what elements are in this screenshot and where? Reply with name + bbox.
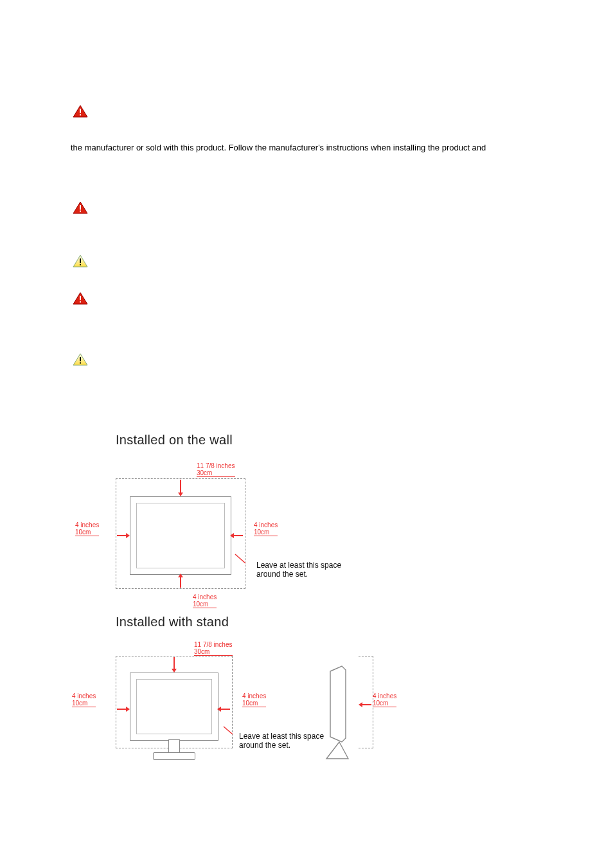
svg-marker-22 xyxy=(178,574,183,577)
warning-icon-yellow xyxy=(73,255,88,267)
body-paragraph-1: the manufacturer or sold with this produ… xyxy=(71,142,546,154)
svg-marker-25 xyxy=(172,669,177,673)
diagram-wall xyxy=(116,478,244,588)
svg-rect-10 xyxy=(80,296,81,300)
measure-top-wall: 11 7/8 inches30cm xyxy=(197,463,235,477)
svg-rect-7 xyxy=(80,258,81,263)
measure-side-stand: 4 inches10cm xyxy=(373,693,396,707)
svg-marker-27 xyxy=(126,707,130,712)
diagram-stand xyxy=(116,656,244,772)
svg-rect-11 xyxy=(80,302,81,303)
diagram-caption-wall: Leave at least this spacearound the set. xyxy=(256,561,366,579)
warning-icon-red xyxy=(73,201,88,214)
svg-line-23 xyxy=(235,554,245,563)
measure-left-wall: 4 inches10cm xyxy=(75,522,99,536)
warning-icon-red xyxy=(73,105,88,118)
diagram-heading-wall: Installed on the wall xyxy=(116,433,233,448)
svg-rect-8 xyxy=(80,264,81,266)
svg-marker-32 xyxy=(359,702,362,707)
svg-rect-14 xyxy=(80,363,81,364)
measure-left-stand: 4 inches10cm xyxy=(72,693,96,707)
svg-marker-20 xyxy=(230,533,234,538)
measure-right-stand: 4 inches10cm xyxy=(242,693,266,707)
diagram-heading-stand: Installed with stand xyxy=(116,615,229,629)
measure-right-wall: 4 inches10cm xyxy=(254,522,278,536)
svg-marker-29 xyxy=(217,707,221,712)
diagram-stand-side xyxy=(321,656,373,772)
measure-bottom-wall: 4 inches10cm xyxy=(193,594,217,608)
svg-marker-16 xyxy=(178,493,183,496)
warning-icon-yellow xyxy=(73,353,88,366)
svg-line-30 xyxy=(224,727,233,734)
svg-rect-13 xyxy=(80,357,81,361)
measure-top-stand: 11 7/8 inches30cm xyxy=(194,642,233,656)
svg-rect-5 xyxy=(80,211,81,212)
svg-marker-18 xyxy=(126,533,130,538)
svg-rect-4 xyxy=(80,205,81,210)
svg-rect-2 xyxy=(80,114,81,116)
svg-rect-1 xyxy=(80,109,81,113)
warning-icon-red xyxy=(73,292,88,305)
